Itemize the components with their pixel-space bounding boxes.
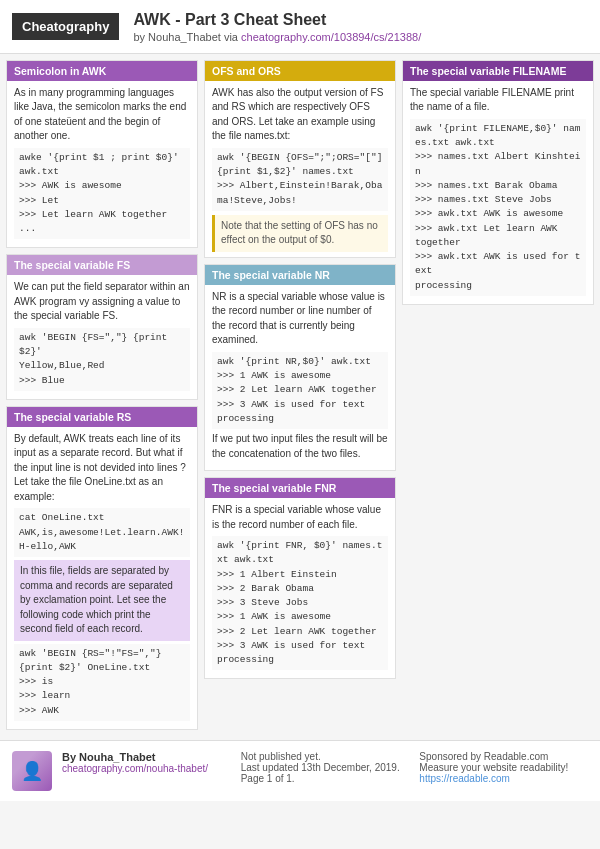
section-filename: The special variable FILENAME The specia… — [402, 60, 594, 305]
footer-author-name: By Nouha_Thabet — [62, 751, 156, 763]
section-filename-body: The special variable FILENAME print the … — [403, 81, 593, 304]
content-grid: Semicolon in AWK As in many programming … — [0, 54, 600, 736]
section-ofs: OFS and ORS AWK has also the output vers… — [204, 60, 396, 258]
footer-sponsor-desc: Measure your website readability! — [419, 762, 568, 773]
footer-sponsor-col: Sponsored by Readable.com Measure your w… — [419, 751, 588, 784]
footer-meta-col: Not published yet. Last updated 13th Dec… — [241, 751, 410, 784]
section-fnr-body: FNR is a special variable whose value is… — [205, 498, 395, 678]
col-2: OFS and ORS AWK has also the output vers… — [204, 60, 396, 730]
section-fnr-header: The special variable FNR — [205, 478, 395, 498]
section-fnr: The special variable FNR FNR is a specia… — [204, 477, 396, 679]
section-fs: The special variable FS We can put the f… — [6, 254, 198, 400]
section-fs-header: The special variable FS — [7, 255, 197, 275]
rs-code1: cat OneLine.txt AWK,is,awesome!Let.learn… — [14, 508, 190, 557]
page-footer: 👤 By Nouha_Thabet cheatography.com/nouha… — [0, 740, 600, 801]
filename-code: awk '{print FILENAME,$0}' names.txt awk.… — [410, 119, 586, 296]
section-nr: The special variable NR NR is a special … — [204, 264, 396, 471]
rs-code2: awk 'BEGIN {RS="!"FS=","} {print $2}' On… — [14, 644, 190, 721]
header-link[interactable]: cheatography.com/103894/cs/21388/ — [241, 31, 421, 43]
section-rs: The special variable RS By default, AWK … — [6, 406, 198, 730]
footer-updated: Last updated 13th December, 2019. — [241, 762, 400, 773]
ofs-code: awk '{BEGIN {OFS=";";ORS="["] {print $1,… — [212, 148, 388, 211]
section-fs-body: We can put the field separator within an… — [7, 275, 197, 399]
footer-author-link[interactable]: cheatography.com/nouha-thabet/ — [62, 763, 208, 774]
footer-author-col: By Nouha_Thabet cheatography.com/nouha-t… — [62, 751, 231, 774]
header-subtitle: by Nouha_Thabet via cheatography.com/103… — [133, 31, 421, 43]
section-filename-header: The special variable FILENAME — [403, 61, 593, 81]
section-rs-body: By default, AWK treats each line of its … — [7, 427, 197, 729]
page-header: Cheatography AWK - Part 3 Cheat Sheet by… — [0, 0, 600, 54]
col-3: The special variable FILENAME The specia… — [402, 60, 594, 730]
section-nr-body: NR is a special variable whose value is … — [205, 285, 395, 470]
section-nr-header: The special variable NR — [205, 265, 395, 285]
page-title: AWK - Part 3 Cheat Sheet — [133, 10, 421, 31]
footer-sponsor-link[interactable]: https://readable.com — [419, 773, 510, 784]
rs-highlight: In this file, fields are separated by co… — [14, 560, 190, 641]
section-semicolon: Semicolon in AWK As in many programming … — [6, 60, 198, 249]
fnr-code: awk '{print FNR, $0}' names.txt awk.txt … — [212, 536, 388, 670]
logo: Cheatography — [12, 13, 119, 40]
ofs-note: Note that the setting of OFS has no effe… — [212, 215, 388, 252]
section-semicolon-body: As in many programming languages like Ja… — [7, 81, 197, 248]
fs-code: awk 'BEGIN {FS=","} {print $2}' Yellow,B… — [14, 328, 190, 391]
footer-sponsor-title: Sponsored by Readable.com — [419, 751, 548, 762]
section-ofs-body: AWK has also the output version of FS an… — [205, 81, 395, 257]
nr-code: awk '{print NR,$0}' awk.txt >>> 1 AWK is… — [212, 352, 388, 429]
col-1: Semicolon in AWK As in many programming … — [6, 60, 198, 730]
author-avatar: 👤 — [12, 751, 52, 791]
footer-status: Not published yet. — [241, 751, 321, 762]
section-ofs-header: OFS and ORS — [205, 61, 395, 81]
footer-page: Page 1 of 1. — [241, 773, 295, 784]
section-rs-header: The special variable RS — [7, 407, 197, 427]
semicolon-code: awke '{print $1 ; print $0}' awk.txt >>>… — [14, 148, 190, 240]
section-semicolon-header: Semicolon in AWK — [7, 61, 197, 81]
